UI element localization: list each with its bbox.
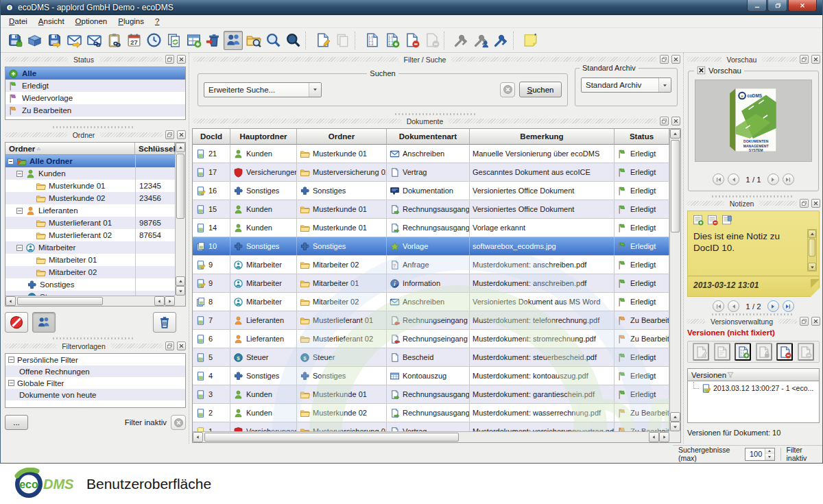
document-row[interactable]: 21KundenMusterkunde 01AnschreibenManuell… (193, 145, 669, 163)
expander-icon[interactable]: – (8, 357, 14, 363)
status-item[interactable]: Wiedervorlage (5, 92, 185, 104)
document-row[interactable]: 16SonstigesSonstigesDokumentationVersion… (193, 182, 669, 200)
scroll-left-button[interactable] (5, 296, 16, 306)
title-bar[interactable]: e ecoDMS - applord GmbH Demo - ecoDMS (1, 0, 822, 15)
float-panel-button[interactable] (165, 130, 174, 139)
expander-icon[interactable]: – (8, 158, 14, 165)
folder-tree-row[interactable]: $Steuer (5, 291, 175, 296)
toolbar-tools-blue-button[interactable] (491, 31, 510, 50)
panel-header[interactable]: Notizen (684, 198, 822, 208)
scrollbar-track[interactable] (176, 152, 185, 276)
preview-checkbox[interactable]: Vorschau (694, 66, 744, 75)
nav-last-button[interactable] (783, 300, 794, 312)
scrollbar-thumb[interactable] (671, 140, 680, 232)
search-button[interactable]: Suchen (519, 82, 562, 97)
float-panel-button[interactable] (800, 199, 809, 208)
horizontal-splitter[interactable] (395, 113, 477, 115)
horizontal-splitter[interactable] (712, 313, 794, 315)
menu-optionen[interactable]: Optionen (70, 15, 113, 28)
document-row[interactable]: 5$Steuer$SteuerBescheidMusterdokument: s… (193, 348, 669, 367)
column-header-ordner[interactable]: Ordner (297, 129, 387, 145)
spin-up-button[interactable] (765, 448, 774, 455)
scrollbar-thumb[interactable] (204, 433, 459, 442)
toolbar-box-open-button[interactable] (25, 31, 44, 50)
close-panel-button[interactable] (811, 199, 820, 208)
note-scrollbar[interactable] (807, 229, 817, 272)
scroll-left-button[interactable] (154, 296, 165, 306)
scroll-down-button[interactable] (808, 263, 816, 271)
close-panel-button[interactable] (811, 55, 820, 64)
column-header-schluessel[interactable]: Schlüssel (135, 143, 175, 155)
toolbar-users-button[interactable] (224, 31, 243, 50)
horizontal-splitter[interactable] (712, 195, 794, 197)
float-panel-button[interactable] (165, 55, 174, 64)
toolbar-doc-remove-button[interactable] (402, 31, 421, 50)
document-row[interactable]: 10SonstigesSonstigesVorlagesoftwarebox_e… (193, 237, 669, 256)
horizontal-splitter[interactable] (53, 337, 135, 339)
menu-plugins[interactable]: Plugins (112, 15, 150, 28)
folder-permissions-button[interactable] (32, 312, 56, 333)
clear-search-button[interactable] (500, 82, 515, 97)
version-ver-del-button[interactable] (776, 343, 793, 361)
folder-tree-row[interactable]: Musterlieferant 0198765 (5, 217, 175, 229)
horizontal-scrollbar[interactable] (193, 431, 669, 442)
toolbar-history-clock-button[interactable] (144, 31, 163, 50)
document-row[interactable]: 9MitarbeiterMitarbeiter 02?AnfrageMuster… (193, 256, 669, 274)
delete-folder-button[interactable] (153, 312, 176, 333)
scroll-down-button[interactable] (670, 422, 680, 431)
folder-tree-row[interactable]: –Lieferanten (5, 204, 175, 217)
folder-tree-row[interactable]: Sonstiges (5, 278, 175, 291)
toolbar-table-refresh-button[interactable] (184, 31, 203, 50)
toolbar-doc-versions-button[interactable]: 1.01.11.2 (362, 31, 381, 50)
float-panel-button[interactable] (800, 55, 809, 64)
folder-tree-row[interactable]: –Alle Ordner (5, 155, 175, 167)
scrollbar-thumb[interactable] (176, 154, 184, 219)
folder-tree-row[interactable]: –Mitarbeiter (5, 241, 175, 254)
panel-header[interactable]: Filtervorlagen (3, 341, 188, 351)
toolbar-trash-in-button[interactable] (204, 31, 223, 50)
close-button[interactable] (788, 0, 817, 12)
max-results-spinner[interactable]: 100 (745, 448, 775, 461)
toolbar-doc-version-add-button[interactable]: 1.01.11.2 (382, 31, 401, 50)
horizontal-scrollbar[interactable] (5, 296, 175, 306)
remove-note-button[interactable] (706, 214, 718, 226)
column-header-ordner[interactable]: Ordner (5, 143, 135, 155)
float-panel-button[interactable] (800, 317, 809, 326)
document-row[interactable]: 3KundenMusterkunde 01RechnungsausgangMus… (193, 385, 669, 404)
vertical-scrollbar[interactable] (175, 143, 185, 296)
scroll-left-button[interactable] (193, 432, 203, 442)
toolbar-folder-search-button[interactable] (243, 31, 263, 50)
version-ver-add-button[interactable]: 1.01.11.2 (735, 343, 751, 361)
scroll-right-button[interactable] (165, 296, 175, 306)
close-panel-button[interactable] (177, 341, 186, 350)
toolbar-tools-user-button[interactable] (471, 31, 490, 50)
toolbar-calendar-27-button[interactable]: 27 (124, 31, 143, 50)
column-header-hauptordner[interactable]: Hauptordner (230, 129, 297, 145)
scrollbar-track[interactable] (16, 296, 154, 306)
column-header-docid[interactable]: DocId (193, 129, 230, 145)
scroll-left-button[interactable] (649, 432, 659, 442)
expander-icon[interactable]: – (8, 380, 14, 386)
vertical-splitter[interactable] (683, 53, 684, 444)
scroll-right-button[interactable] (659, 432, 669, 442)
panel-header[interactable]: Ordner (3, 130, 188, 140)
document-row[interactable]: 17VersicherungenMusterversicherung 01Ver… (193, 163, 669, 182)
scroll-down-button[interactable] (176, 286, 185, 296)
expander-icon[interactable]: – (16, 208, 23, 214)
column-header-dokumentenart[interactable]: Dokumentenart (387, 129, 470, 145)
toolbar-search-button[interactable] (263, 31, 283, 50)
toolbar-tools-button[interactable] (451, 31, 470, 50)
scrollbar-track[interactable] (808, 238, 816, 263)
document-row[interactable]: 6LieferantenMusterlieferant 02Rechnungse… (193, 330, 669, 348)
more-filters-button[interactable]: ... (5, 415, 28, 430)
add-note-button[interactable] (692, 214, 704, 226)
float-panel-button[interactable] (165, 341, 174, 350)
versions-table-header[interactable]: Versionen (688, 369, 819, 381)
folder-tree-row[interactable]: –Kunden (5, 167, 175, 180)
status-item[interactable]: Erledigt (5, 80, 185, 92)
toolbar-doc-edit-button[interactable] (313, 31, 332, 50)
document-row[interactable]: 8MitarbeiterMitarbeiter 02AnschreibenVer… (193, 293, 669, 311)
folder-tree-row[interactable]: Musterkunde 0112345 (5, 180, 175, 192)
panel-header[interactable]: Status (3, 54, 188, 64)
archive-dropdown[interactable]: Standard Archiv (581, 77, 671, 93)
